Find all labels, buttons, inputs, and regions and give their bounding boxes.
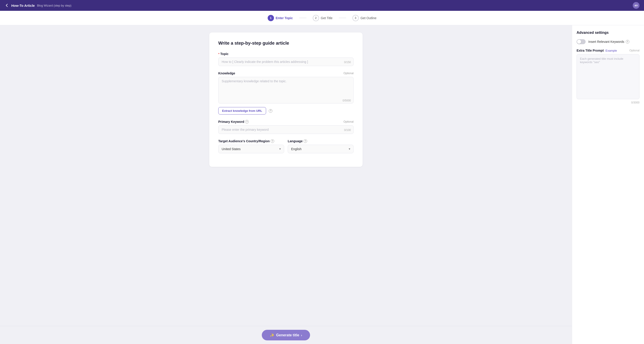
extract-url-label: Extract knowledge from URL xyxy=(222,109,262,112)
language-select-wrapper: English Spanish French German Chinese ▼ xyxy=(288,145,354,153)
knowledge-textarea[interactable] xyxy=(218,77,354,104)
topic-field-group: * Topic 0/150 xyxy=(218,52,354,66)
country-language-row: Target Audience's Country/Region ? Unite… xyxy=(218,139,354,159)
primary-keyword-optional: Optional xyxy=(344,120,354,123)
extra-title-textarea[interactable] xyxy=(576,54,640,99)
example-link[interactable]: Example xyxy=(606,49,617,52)
right-sidebar: Advanced settings Insert Relevant Keywor… xyxy=(572,25,644,344)
primary-keyword-label: Primary Keyword ? xyxy=(218,120,249,124)
country-label: Target Audience's Country/Region ? xyxy=(218,139,274,143)
topic-label: * Topic xyxy=(218,52,228,56)
knowledge-textarea-wrapper: 0/5000 xyxy=(218,77,354,104)
main-layout: Write a step-by-step guide article * Top… xyxy=(0,25,644,344)
step-1[interactable]: 1 Enter Topic xyxy=(268,15,293,21)
knowledge-label: Knowledge xyxy=(218,72,235,75)
required-star: * xyxy=(218,52,220,56)
step-2-label: Get Title xyxy=(321,16,332,20)
primary-keyword-input-wrapper: 0/100 xyxy=(218,125,354,134)
chevron-right-icon: › xyxy=(301,334,302,337)
primary-keyword-field-group: Primary Keyword ? Optional 0/100 xyxy=(218,120,354,134)
keywords-toggle[interactable] xyxy=(576,39,586,44)
extract-url-button[interactable]: Extract knowledge from URL xyxy=(218,107,266,114)
back-button[interactable] xyxy=(4,3,9,8)
step-divider-2 xyxy=(339,18,346,18)
page-title: How-To Article xyxy=(11,4,35,8)
country-field-group: Target Audience's Country/Region ? Unite… xyxy=(218,139,284,153)
primary-keyword-help-icon[interactable]: ? xyxy=(245,120,249,124)
language-select[interactable]: English Spanish French German Chinese xyxy=(288,145,354,153)
center-content: Write a step-by-step guide article * Top… xyxy=(0,25,572,344)
generate-title-button[interactable]: ✨ Generate title › xyxy=(262,330,310,340)
topic-counter: 0/150 xyxy=(344,61,351,64)
toggle-row: Insert Relevant Keywords ? xyxy=(576,39,640,44)
generate-title-label: Generate title xyxy=(276,333,299,337)
topic-input[interactable] xyxy=(218,58,354,66)
top-navigation: How-To Article Blog Wizard (step by step… xyxy=(0,0,644,11)
knowledge-optional: Optional xyxy=(344,72,354,75)
toggle-label: Insert Relevant Keywords xyxy=(588,40,624,44)
step-1-label: Enter Topic xyxy=(276,16,293,20)
country-help-icon[interactable]: ? xyxy=(270,139,274,143)
language-help-icon[interactable]: ? xyxy=(304,139,307,143)
bottom-bar: ✨ Generate title › xyxy=(0,326,572,344)
knowledge-field-group: Knowledge Optional 0/5000 Extract knowle… xyxy=(218,72,354,114)
step-1-circle: 1 xyxy=(268,15,274,21)
form-card: Write a step-by-step guide article * Top… xyxy=(209,32,362,167)
language-field-group: Language ? English Spanish French German… xyxy=(288,139,354,153)
wand-icon: ✨ xyxy=(270,333,274,337)
knowledge-counter: 0/5000 xyxy=(342,99,351,102)
keywords-help-icon[interactable]: ? xyxy=(626,40,629,44)
form-card-title: Write a step-by-step guide article xyxy=(218,40,354,46)
step-2-circle: 2 xyxy=(313,15,319,21)
step-3[interactable]: 3 Get Outline xyxy=(352,15,376,21)
toggle-label-container: Insert Relevant Keywords ? xyxy=(588,40,629,44)
extra-title-label-row: Extra Title Prompt Example Optional xyxy=(576,49,640,52)
primary-keyword-counter: 0/100 xyxy=(344,128,351,132)
topic-input-wrapper: 0/150 xyxy=(218,58,354,66)
language-label: Language ? xyxy=(288,139,307,143)
step-2[interactable]: 2 Get Title xyxy=(313,15,332,21)
step-3-circle: 3 xyxy=(352,15,359,21)
country-select-wrapper: United States United Kingdom Canada Aust… xyxy=(218,145,284,153)
toggle-slider xyxy=(576,39,586,44)
step-divider-1 xyxy=(299,18,306,18)
extra-title-counter: 0/3000 xyxy=(576,101,640,104)
primary-keyword-input[interactable] xyxy=(218,125,354,134)
sidebar-title: Advanced settings xyxy=(576,31,640,35)
page-subtitle: Blog Wizard (step by step) xyxy=(37,4,71,7)
extra-title-optional: Optional xyxy=(629,49,640,52)
extra-title-label: Extra Title Prompt xyxy=(576,49,604,52)
avatar[interactable]: an xyxy=(633,2,640,9)
step-3-label: Get Outline xyxy=(360,16,376,20)
extract-help-icon[interactable]: ? xyxy=(269,109,272,113)
country-select[interactable]: United States United Kingdom Canada Aust… xyxy=(218,145,284,153)
steps-bar: 1 Enter Topic 2 Get Title 3 Get Outline xyxy=(0,11,644,25)
